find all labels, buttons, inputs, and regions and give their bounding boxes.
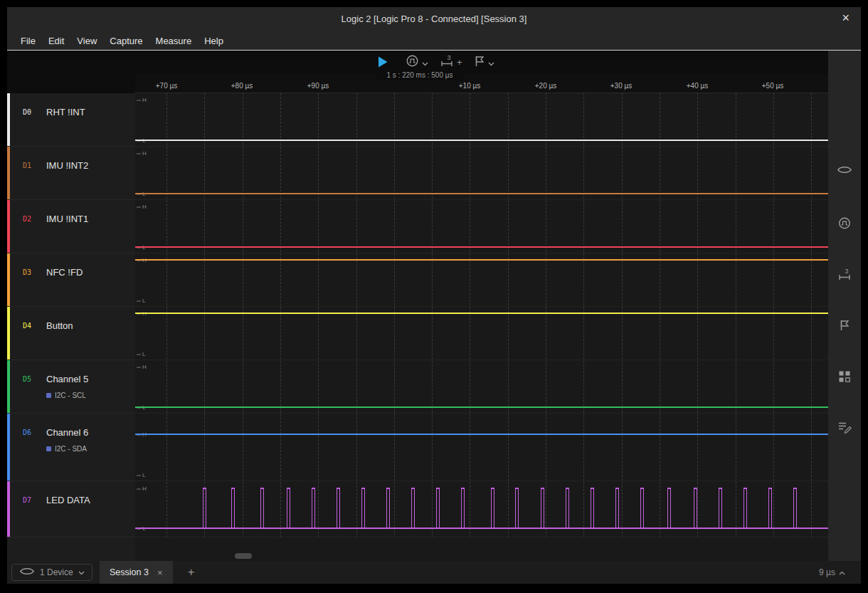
analyzers-icon[interactable] [837, 369, 852, 387]
timeline-tick-label: +90 µs [307, 82, 329, 90]
waveform-row-d6[interactable]: HL [135, 414, 828, 481]
channel-name-label: LED DATA [46, 495, 90, 505]
timeline-tick-label: +50 µs [762, 82, 784, 90]
channel-row-d2[interactable]: D2IMU !INT1 [7, 200, 135, 253]
channel-row-d7[interactable]: D7LED DATA [7, 481, 135, 537]
device-selector[interactable]: 1 Device [11, 564, 92, 581]
channel-row-d3[interactable]: D3NFC !FD [7, 253, 135, 307]
signal-pulse [461, 488, 465, 528]
zoom-indicator[interactable]: 9 µs [819, 561, 845, 584]
level-low-label: L [142, 351, 145, 357]
channel-analyzer-label[interactable]: I2C - SCL [46, 392, 86, 399]
channel-id-label: D2 [23, 215, 31, 223]
trigger-icon [406, 54, 419, 70]
menu-item-capture[interactable]: Capture [103, 36, 149, 46]
menu-item-measure[interactable]: Measure [149, 36, 199, 46]
title-bar[interactable]: Logic 2 [Logic Pro 8 - Connected] [Sessi… [7, 7, 861, 31]
channel-row-d4[interactable]: D4Button [7, 307, 135, 360]
channel-id-label: D1 [23, 162, 31, 169]
waveform-row-d1[interactable]: HL [135, 147, 828, 200]
add-measurement-button[interactable]: 3 + [440, 54, 462, 71]
signal-pulse [640, 488, 644, 528]
level-low-label: L [142, 298, 145, 304]
level-low-label: L [142, 472, 145, 478]
signal-pulse [312, 488, 315, 528]
channel-id-label: D7 [23, 496, 31, 504]
waveform-area[interactable]: HLHLHLHLHLHLHLHL [135, 93, 828, 561]
close-button[interactable]: × [842, 11, 850, 26]
timeline-tick-label: +40 µs [687, 82, 709, 90]
tab-session-3[interactable]: Session 3 × [100, 561, 173, 584]
level-high-label: H [142, 364, 147, 370]
measurements-icon: 3 [440, 54, 454, 71]
channel-analyzer-label[interactable]: I2C - SDA [46, 445, 87, 453]
panel-header-corner [7, 74, 135, 93]
zoom-label: 9 µs [819, 567, 835, 577]
marker-dropdown[interactable] [474, 55, 494, 70]
signal-pulse [515, 488, 519, 528]
timeline-ruler[interactable]: 1 s : 220 ms : 500 µs +70 µs+80 µs+90 µs… [135, 74, 828, 93]
play-icon [377, 60, 388, 70]
signal-pulse [260, 488, 264, 528]
chevron-down-icon [488, 56, 494, 69]
device-icon [19, 567, 35, 578]
markers-icon [474, 55, 485, 70]
signal-baseline [135, 528, 828, 529]
trigger-dropdown[interactable] [406, 54, 428, 70]
bottom-bar: 1 Device Session 3 × + 9 µs [7, 561, 861, 584]
waveform-row-d7[interactable]: HL [135, 481, 828, 537]
menu-item-view[interactable]: View [70, 36, 103, 46]
signal-pulse [541, 488, 544, 528]
timeline-timestamp: 1 s : 220 ms : 500 µs [376, 70, 464, 80]
channel-row-d1[interactable]: D1IMU !INT2 [7, 147, 135, 200]
channel-row-d5[interactable]: D5Channel 5I2C - SCL [7, 360, 135, 414]
waveform-row-d2[interactable]: HL [135, 200, 828, 253]
signal-trace [135, 193, 828, 194]
channel-name-label: Channel 6 [46, 427, 88, 438]
chevron-down-icon [78, 567, 85, 577]
tab-close-icon[interactable]: × [157, 567, 163, 578]
signal-pulse [411, 488, 415, 528]
device-icon[interactable] [837, 164, 852, 177]
header-row: 1 s : 220 ms : 500 µs +70 µs+80 µs+90 µs… [7, 74, 828, 93]
signal-pulse [615, 488, 619, 528]
waveform-row-d0[interactable]: HL [135, 93, 828, 147]
signal-pulse [793, 488, 797, 528]
menu-item-file[interactable]: File [14, 36, 42, 46]
channel-name-label: NFC !FD [46, 267, 83, 278]
waveform-row-d5[interactable]: HL [135, 360, 828, 414]
channel-row-d6[interactable]: D6Channel 6I2C - SDA [7, 414, 135, 481]
waveform-row-d3[interactable]: HL [135, 253, 828, 307]
measurements-icon[interactable]: 3 [837, 268, 852, 285]
chevron-down-icon [422, 56, 428, 69]
trigger-icon[interactable] [838, 216, 852, 233]
signal-trace [135, 313, 828, 314]
channel-color-stripe [7, 360, 10, 413]
signal-pulse [386, 488, 390, 528]
chevron-up-icon [839, 567, 845, 577]
notes-icon[interactable] [837, 421, 852, 436]
menu-item-edit[interactable]: Edit [42, 36, 70, 46]
signal-pulse [491, 488, 494, 528]
menu-bar: FileEditViewCaptureMeasureHelp [7, 31, 861, 51]
signal-pulse [203, 488, 206, 528]
level-high-label: H [142, 486, 147, 492]
horizontal-scrollbar[interactable] [235, 553, 252, 559]
level-high-label: H [142, 97, 147, 103]
main-column: 3 + 1 s : 220 ms : 500 µs +70 µs+80 µs+9… [7, 51, 828, 561]
signal-trace [135, 406, 828, 408]
waveform-row-d4[interactable]: HL [135, 307, 828, 360]
channel-color-stripe [7, 253, 10, 306]
channel-color-stripe [7, 200, 10, 253]
analyzer-bullet-icon [46, 393, 51, 398]
menu-item-help[interactable]: Help [198, 36, 230, 46]
channel-color-stripe [7, 93, 10, 146]
signal-pulse [694, 488, 697, 528]
timeline-tick-label: +80 µs [231, 82, 253, 90]
markers-icon[interactable] [839, 319, 850, 335]
channel-row-d0[interactable]: D0RHT !INT [7, 93, 135, 147]
channel-id-label: D0 [23, 108, 31, 116]
play-button[interactable] [377, 56, 388, 70]
add-tab-button[interactable]: + [182, 561, 200, 584]
channel-name-label: IMU !INT1 [46, 214, 88, 224]
